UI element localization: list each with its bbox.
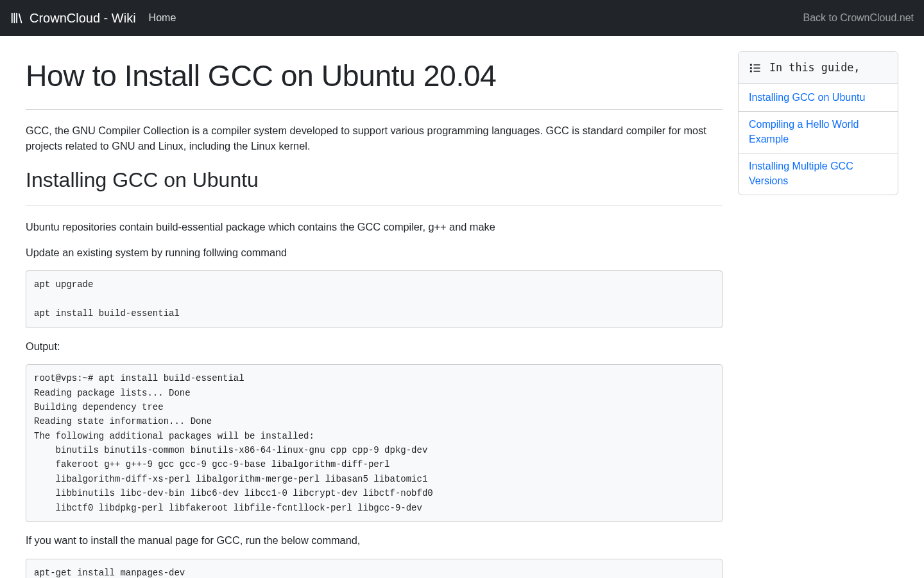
brand-link[interactable]: CrownCloud - Wiki [10, 8, 136, 28]
intro-paragraph: GCC, the GNU Compiler Collection is a co… [26, 123, 723, 154]
svg-point-2 [751, 71, 752, 72]
books-icon [10, 11, 24, 25]
nav-home[interactable]: Home [149, 10, 176, 26]
section-heading-install: Installing GCC on Ubuntu [26, 164, 723, 195]
brand-text: CrownCloud - Wiki [30, 8, 136, 28]
toc-link-hello-world[interactable]: Compiling a Hello World Example [739, 112, 898, 153]
toc-sidebar: In this guide, Installing GCC on Ubuntu … [738, 51, 898, 195]
svg-point-0 [751, 64, 752, 66]
paragraph: If you want to install the manual page f… [26, 532, 723, 548]
list-icon [749, 62, 762, 74]
divider [26, 206, 723, 206]
toc-link-installing[interactable]: Installing GCC on Ubuntu [739, 84, 898, 112]
navbar-left: CrownCloud - Wiki Home [10, 8, 176, 28]
svg-point-1 [751, 67, 752, 69]
top-navbar: CrownCloud - Wiki Home Back to CrownClou… [0, 0, 924, 36]
toc-header: In this guide, [739, 52, 898, 84]
code-block-upgrade[interactable]: apt upgrade apt install build-essential [26, 270, 723, 328]
article-main: How to Install GCC on Ubuntu 20.04 GCC, … [26, 51, 723, 578]
toc-link-multiple-versions[interactable]: Installing Multiple GCC Versions [739, 153, 898, 195]
output-label: Output: [26, 338, 723, 354]
toc-header-text: In this guide, [769, 60, 860, 76]
page-title: How to Install GCC on Ubuntu 20.04 [26, 54, 723, 99]
paragraph: Ubuntu repositories contain build-essent… [26, 219, 723, 234]
page-container: How to Install GCC on Ubuntu 20.04 GCC, … [0, 36, 924, 578]
paragraph: Update an existing system by running fol… [26, 245, 723, 260]
code-block-output[interactable]: root@vps:~# apt install build-essential … [26, 364, 723, 522]
toc-card: In this guide, Installing GCC on Ubuntu … [738, 51, 898, 195]
nav-back[interactable]: Back to CrownCloud.net [803, 10, 914, 26]
code-block-manpages[interactable]: apt-get install manpages-dev [26, 559, 723, 579]
divider [26, 109, 723, 110]
